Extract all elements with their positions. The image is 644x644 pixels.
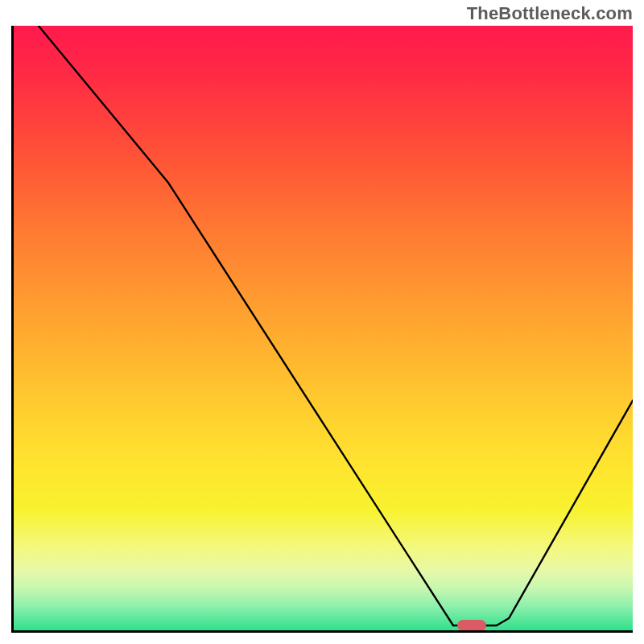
watermark-text: TheBottleneck.com — [467, 3, 633, 24]
chart-frame: TheBottleneck.com — [0, 0, 644, 644]
optimal-marker — [457, 620, 486, 631]
bottleneck-curve — [14, 26, 633, 630]
plot-area — [11, 26, 633, 633]
